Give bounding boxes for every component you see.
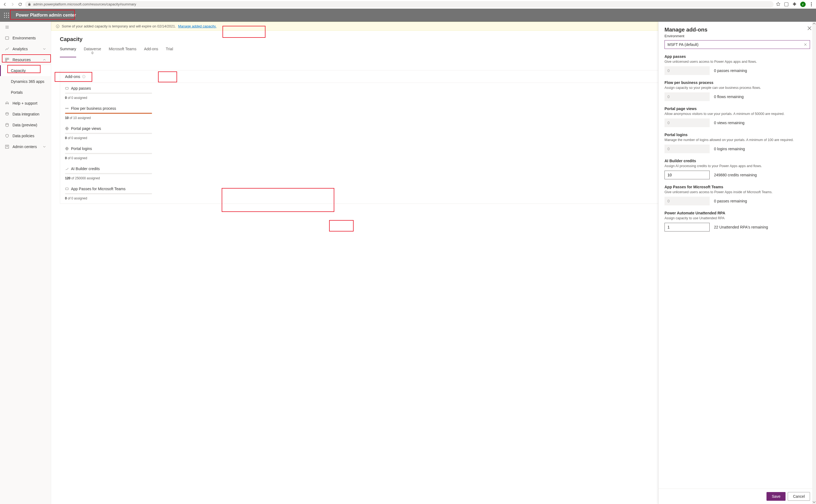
sidebar-item-dynamics365[interactable]: Dynamics 365 apps [0,76,51,87]
banner-link[interactable]: Manage added capacity. [178,24,217,28]
svg-point-8 [6,15,7,15]
capacity-input [665,66,710,75]
addon-icon [65,167,69,171]
hamburger-button[interactable] [0,22,51,33]
svg-point-28 [68,168,68,168]
panel-section: Portal page views Allow anonymous visito… [665,107,810,127]
addon-name: Portal logins [71,146,92,151]
waffle-icon[interactable] [4,12,9,18]
sidebar-item-admin-centers[interactable]: Admin centers [0,141,51,152]
capacity-input[interactable] [665,223,710,231]
close-icon[interactable] [807,26,812,31]
sidebar-item-data-policies[interactable]: Data policies [0,130,51,141]
browser-back[interactable] [2,2,8,7]
browser-chrome: admin.powerplatform.microsoft.com/resour… [0,0,816,9]
puzzle-icon[interactable] [792,2,797,7]
chrome-right: r [776,2,814,7]
app-header: Power Platform admin center [0,9,816,22]
section-heading: App passes [665,54,810,59]
capacity-input[interactable] [665,171,710,179]
section-description: Allow anonymous visitors to use your por… [665,112,810,116]
svg-rect-23 [65,87,68,89]
environment-value: MSFT PA (default) [668,42,699,47]
admin-centers-icon [5,145,9,149]
browser-forward[interactable] [10,2,15,7]
section-description: Give unlicensed users access to Power Ap… [665,60,810,64]
svg-point-17 [6,112,8,114]
tab-dataverse[interactable]: Dataverse0 [84,45,101,57]
shield-icon [5,134,9,138]
sidebar-item-data-preview[interactable]: Data (preview) [0,120,51,130]
addon-icon [65,147,69,151]
svg-point-2 [811,4,812,5]
tab-addons[interactable]: Add-ons [144,45,158,57]
sidebar-item-resources[interactable]: Resources [0,54,51,65]
tab-summary[interactable]: Summary [60,45,76,57]
panel-footer: Save Cancel [659,489,816,504]
addon-name: Portal page views [71,126,101,131]
remaining-text: 22 Unattended RPA's remaining [714,225,768,229]
data-integration-icon [5,112,9,116]
panel-section: Flow per business process Assign capacit… [665,80,810,101]
sidebar-item-analytics[interactable]: Analytics [0,43,51,54]
progress-bar [65,173,152,174]
section-heading: Portal page views [665,107,810,111]
remaining-text: 0 logins remaining [714,147,745,151]
url-text: admin.powerplatform.microsoft.com/resour… [33,2,136,6]
panel-scrollbar[interactable] [812,22,816,504]
sidebar-item-label: Capacity [11,68,26,73]
clear-icon[interactable] [804,43,807,46]
hamburger-icon [5,25,9,29]
extension-icon[interactable] [784,2,789,7]
sidebar-item-help[interactable]: Help + support [0,98,51,109]
addon-icon [65,107,69,110]
remaining-text: 0 passes remaining [714,68,747,73]
browser-reload[interactable] [17,2,23,7]
section-heading: Flow per business process [665,80,810,85]
sidebar-item-data-integration[interactable]: Data integration [0,109,51,120]
sidebar-item-portals[interactable]: Portals [0,87,51,98]
kebab-icon[interactable] [809,2,814,7]
chevron-down-icon [43,47,46,51]
star-icon[interactable] [776,2,781,7]
svg-point-7 [4,15,5,15]
scroll-up-icon[interactable] [812,22,816,26]
svg-rect-15 [7,58,9,60]
svg-point-6 [8,13,9,14]
sidebar-item-environments[interactable]: Environments [0,33,51,43]
svg-text:i: i [83,75,84,78]
chevron-up-icon [43,58,46,61]
addon-name: App passes [71,86,91,90]
save-button[interactable]: Save [767,492,786,501]
svg-point-1 [811,2,812,3]
resources-icon [5,58,9,62]
progress-bar [65,193,152,194]
section-heading: Portal logins [665,133,810,137]
profile-avatar[interactable]: r [800,2,806,7]
url-bar[interactable]: admin.powerplatform.microsoft.com/resour… [25,1,774,8]
sidebar-item-label: Environments [13,36,36,40]
tab-trial[interactable]: Trial [166,45,173,57]
manage-addons-panel: Manage add-ons Environment MSFT PA (defa… [658,22,816,504]
sidebar-item-label: Admin centers [13,145,37,149]
headset-icon [5,101,9,105]
sidebar-item-label: Dynamics 365 apps [11,79,44,84]
data-icon [5,123,9,127]
tab-teams[interactable]: Microsoft Teams [109,45,136,57]
environment-select[interactable]: MSFT PA (default) [665,40,810,49]
sidebar-item-capacity[interactable]: Capacity [0,65,51,76]
scroll-down-icon[interactable] [812,500,816,504]
sidebar: Environments Analytics Resources Capacit… [0,22,51,504]
svg-point-24 [65,108,67,109]
info-icon[interactable]: i [82,75,86,79]
panel-section: App passes Give unlicensed users access … [665,54,810,75]
svg-rect-16 [5,60,7,61]
section-heading: Power Automate Unattended RPA [665,211,810,215]
chevron-down-icon [43,145,46,148]
section-description: Assign capacity to use Unattended RPA [665,216,810,220]
panel-section: App Passes for Microsoft Teams Give unli… [665,185,810,205]
cancel-button[interactable]: Cancel [788,492,810,501]
remaining-text: 0 passes remaining [714,199,747,203]
panel-section: Power Automate Unattended RPA Assign cap… [665,211,810,231]
capacity-input [665,118,710,127]
